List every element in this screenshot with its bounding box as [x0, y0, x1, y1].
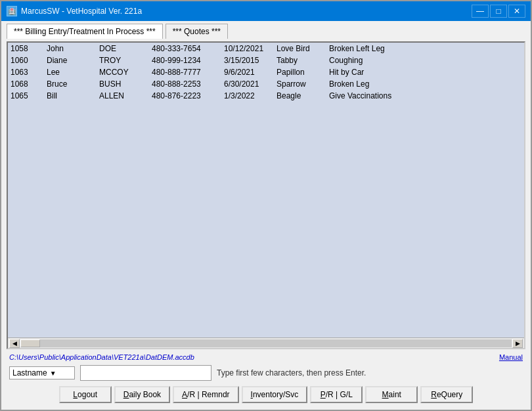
main-window: 🏥 MarcusSW - VetHospital Ver. 221a — □ ✕… [0, 0, 532, 411]
window-title: MarcusSW - VetHospital Ver. 221a [21, 7, 142, 16]
db-path: C:\Users\Public\ApplicationData\VET221a\… [9, 353, 194, 361]
table-row[interactable]: 1065BillALLEN480-876-22231/3/2022BeagleG… [8, 90, 524, 102]
horizontal-scrollbar[interactable]: ◀ ▶ [8, 337, 524, 348]
scroll-right-btn[interactable]: ▶ [512, 339, 523, 348]
inventory-svc-button[interactable]: Inventory/Svc [242, 386, 308, 403]
patient-table: 1058JohnDOE480-333-765410/12/2021Love Bi… [8, 43, 524, 102]
dropdown-arrow-icon: ▼ [50, 370, 56, 377]
minimize-button[interactable]: — [472, 5, 489, 18]
tab-billing[interactable]: *** Billing Entry/Treatment In Process *… [7, 24, 163, 39]
search-dropdown[interactable]: Lastname ▼ [9, 366, 75, 379]
content-area: 1058JohnDOE480-333-765410/12/2021Love Bi… [1, 41, 531, 410]
close-button[interactable]: ✕ [508, 5, 525, 18]
title-bar: 🏥 MarcusSW - VetHospital Ver. 221a — □ ✕ [1, 1, 531, 21]
scroll-track[interactable] [20, 339, 512, 347]
search-input[interactable] [80, 365, 211, 381]
maint-button[interactable]: Maint [365, 386, 418, 403]
table-inner[interactable]: 1058JohnDOE480-333-765410/12/2021Love Bi… [8, 43, 524, 337]
status-bar: C:\Users\Public\ApplicationData\VET221a\… [7, 352, 525, 362]
scroll-left-btn[interactable]: ◀ [9, 339, 20, 348]
scroll-thumb[interactable] [20, 339, 40, 347]
search-hint: Type first few characters, then press En… [217, 368, 366, 378]
table-row[interactable]: 1060DianeTROY480-999-12343/15/2015TabbyC… [8, 54, 524, 66]
title-controls: — □ ✕ [472, 5, 525, 18]
table-row[interactable]: 1058JohnDOE480-333-765410/12/2021Love Bi… [8, 43, 524, 54]
manual-link[interactable]: Manual [499, 353, 523, 361]
pr-gl-button[interactable]: P/R | G/L [310, 386, 363, 403]
logout-button[interactable]: Logout [59, 386, 112, 403]
ar-remndr-button[interactable]: A/R | Remndr [173, 386, 238, 403]
menu-bar: *** Billing Entry/Treatment In Process *… [1, 21, 531, 41]
table-row[interactable]: 1063LeeMCCOY480-888-77779/6/2021Papillon… [8, 66, 524, 78]
tab-quotes[interactable]: *** Quotes *** [166, 24, 228, 39]
app-icon: 🏥 [7, 6, 17, 16]
maximize-button[interactable]: □ [490, 5, 507, 18]
title-bar-left: 🏥 MarcusSW - VetHospital Ver. 221a [7, 6, 142, 16]
button-bar: Logout Daily Book A/R | Remndr Inventory… [7, 383, 525, 407]
requery-button[interactable]: ReQuery [420, 386, 473, 403]
table-row[interactable]: 1068BruceBUSH480-888-22536/30/2021Sparro… [8, 78, 524, 90]
patient-table-container: 1058JohnDOE480-333-765410/12/2021Love Bi… [7, 41, 525, 349]
search-bar: Lastname ▼ Type first few characters, th… [7, 362, 525, 383]
daily-book-button[interactable]: Daily Book [114, 386, 170, 403]
